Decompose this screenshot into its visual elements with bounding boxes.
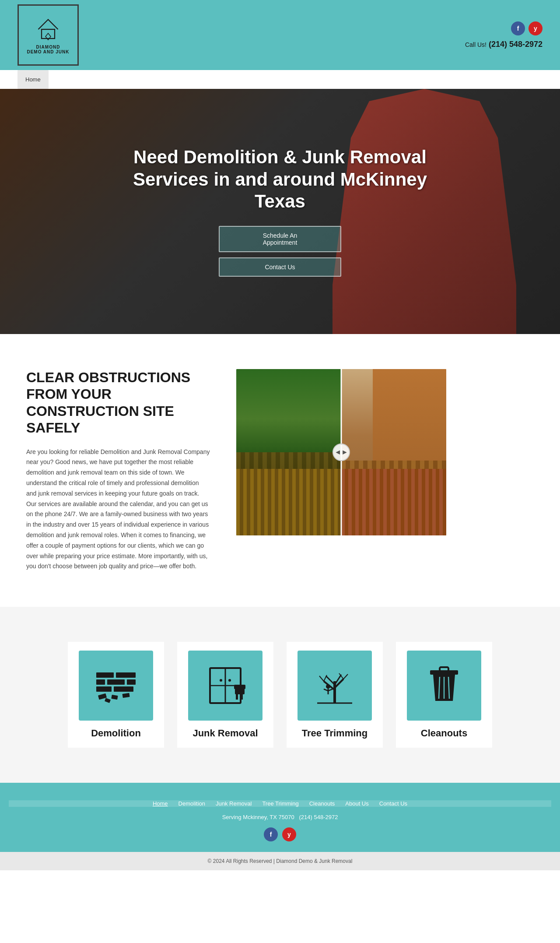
svg-rect-19 (236, 694, 238, 700)
about-title: CLEAR OBSTRUCTIONS FROM YOUR CONSTRUCTIO… (26, 369, 210, 436)
services-section: Demolition Jun (0, 607, 560, 783)
about-body: Are you looking for reliable Demolition … (26, 447, 210, 572)
nav-contact-us[interactable]: Contact Us (286, 70, 330, 89)
footer-nav-cleanouts[interactable]: Cleanouts (309, 800, 335, 807)
demolition-icon (94, 664, 138, 707)
service-card-junk-removal[interactable]: Junk Removal (177, 642, 273, 748)
svg-rect-5 (107, 679, 125, 685)
tree-trimming-icon (313, 664, 357, 707)
footer-nav-about-us[interactable]: About Us (345, 800, 368, 807)
logo-area: DIAMOND DEMO AND JUNK (18, 4, 79, 66)
svg-rect-0 (42, 29, 55, 39)
contact-us-button[interactable]: Contact Us (219, 257, 341, 277)
svg-rect-12 (105, 698, 111, 703)
footer-nav: Home Demolition Junk Removal Tree Trimmi… (9, 800, 551, 807)
hero-buttons: Schedule An Appointment Contact Us (118, 226, 442, 277)
cleanouts-label: Cleanouts (421, 728, 467, 739)
footer-nav-junk-removal[interactable]: Junk Removal (216, 800, 252, 807)
svg-line-28 (324, 675, 327, 681)
svg-rect-6 (127, 679, 136, 685)
footer-address: Serving Mckinney, TX 75070 (214) 548-297… (9, 814, 551, 820)
svg-rect-2 (96, 672, 114, 678)
logo-box[interactable]: DIAMOND DEMO AND JUNK (18, 4, 79, 66)
nav-cleanouts[interactable]: Cleanouts (202, 70, 244, 89)
footer-nav-home[interactable]: Home (153, 800, 168, 807)
header-right: f y Call Us! (214) 548-2972 (465, 21, 542, 49)
before-after-image: ◄► (236, 369, 446, 535)
svg-rect-37 (440, 667, 448, 671)
yelp-icon[interactable]: y (528, 21, 542, 35)
junk-removal-icon-box (188, 651, 262, 721)
about-text: CLEAR OBSTRUCTIONS FROM YOUR CONSTRUCTIO… (26, 369, 210, 572)
hero-title: Need Demolition & Junk Removal Services … (118, 146, 442, 212)
footer-nav-contact-us[interactable]: Contact Us (379, 800, 407, 807)
demolition-label: Demolition (91, 728, 141, 739)
tree-trimming-icon-box (298, 651, 372, 721)
junk-removal-icon (203, 664, 247, 707)
service-card-cleanouts[interactable]: Cleanouts (396, 642, 492, 748)
site-footer: Home Demolition Junk Removal Tree Trimmi… (0, 783, 560, 870)
hero-section: Need Demolition & Junk Removal Services … (0, 89, 560, 334)
services-grid: Demolition Jun (26, 642, 534, 748)
svg-point-17 (228, 679, 231, 682)
nav-tree-trimming[interactable]: Tree Trimming (148, 70, 200, 89)
svg-rect-9 (98, 693, 107, 700)
svg-point-31 (326, 684, 330, 689)
nav-junk-removal[interactable]: Junk Removal (94, 70, 146, 89)
demolition-icon-box (79, 651, 153, 721)
svg-rect-11 (122, 693, 130, 698)
svg-rect-20 (241, 694, 243, 700)
svg-point-16 (220, 679, 222, 682)
hero-content: Need Demolition & Junk Removal Services … (101, 129, 459, 294)
nav-home[interactable]: Home (18, 70, 49, 89)
svg-rect-7 (96, 686, 112, 692)
schedule-appointment-button[interactable]: Schedule An Appointment (219, 226, 341, 252)
about-section: CLEAR OBSTRUCTIONS FROM YOUR CONSTRUCTIO… (0, 334, 560, 607)
nav-demolition[interactable]: Demolition (50, 70, 93, 89)
social-icons: f y (511, 21, 542, 35)
handle-arrows-icon: ◄► (334, 448, 348, 456)
footer-facebook-icon[interactable]: f (264, 827, 278, 841)
svg-rect-4 (96, 679, 105, 685)
footer-social: f y (9, 827, 551, 841)
junk-removal-label: Junk Removal (192, 728, 258, 739)
svg-rect-3 (116, 672, 136, 678)
main-nav: Home Demolition Junk Removal Tree Trimmi… (0, 70, 560, 89)
facebook-icon[interactable]: f (511, 21, 525, 35)
tree-trimming-label: Tree Trimming (302, 728, 368, 739)
after-image (341, 369, 446, 535)
footer-nav-demolition[interactable]: Demolition (178, 800, 205, 807)
logo-text: DIAMOND DEMO AND JUNK (27, 45, 69, 54)
svg-line-30 (343, 674, 348, 679)
footer-nav-tree-trimming[interactable]: Tree Trimming (262, 800, 298, 807)
logo-icon (35, 16, 61, 42)
cleanouts-icon-box (407, 651, 481, 721)
before-after-handle[interactable]: ◄► (332, 443, 350, 461)
svg-rect-10 (111, 695, 118, 700)
svg-line-27 (319, 676, 324, 681)
before-after-slider[interactable]: ◄► (236, 369, 446, 535)
footer-copyright: © 2024 All Rights Reserved | Diamond Dem… (0, 852, 560, 870)
cleanouts-icon (422, 664, 466, 707)
service-card-demolition[interactable]: Demolition (68, 642, 164, 748)
site-header: DIAMOND DEMO AND JUNK f y Call Us! (214)… (0, 0, 560, 70)
service-card-tree-trimming[interactable]: Tree Trimming (287, 642, 383, 748)
footer-yelp-icon[interactable]: y (282, 827, 296, 841)
svg-rect-21 (234, 685, 245, 689)
svg-rect-8 (114, 686, 133, 692)
nav-about-us[interactable]: About Us (245, 70, 284, 89)
phone-number[interactable]: Call Us! (214) 548-2972 (465, 40, 542, 49)
before-image (236, 369, 341, 535)
